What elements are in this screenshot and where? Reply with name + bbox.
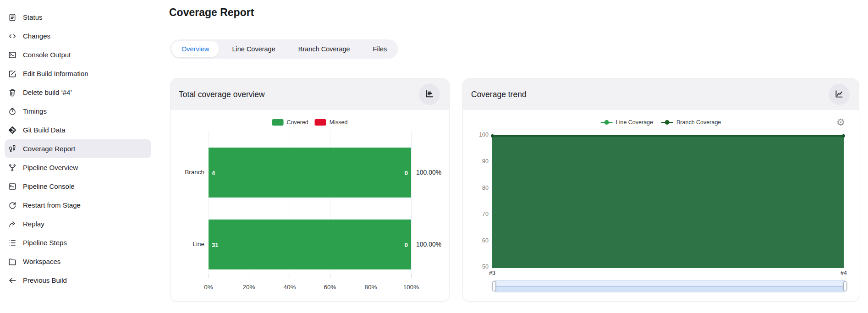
line-coverage-bar: 31 0 xyxy=(209,220,411,269)
sidebar-item-label: Changes xyxy=(23,32,50,40)
terminal-icon xyxy=(8,50,17,60)
category-label-branch: Branch xyxy=(170,169,204,176)
sidebar-item-label: Delete build ‘#4’ xyxy=(23,88,72,96)
sidebar-item-workspaces[interactable]: Workspaces xyxy=(5,252,151,271)
sidebar-item-label: Console Output xyxy=(23,51,71,59)
tab-line-coverage[interactable]: Line Coverage xyxy=(222,41,285,57)
axis-tick xyxy=(330,275,330,278)
steps-icon xyxy=(8,238,17,247)
footprints-icon xyxy=(8,144,17,154)
card-title: Total coverage overview xyxy=(179,90,265,99)
x-axis-label: 80% xyxy=(355,284,387,291)
sidebar: Status Changes Console Output Edit Build… xyxy=(0,8,159,290)
arrow-left-icon xyxy=(8,276,17,285)
zoom-slider[interactable] xyxy=(494,280,846,292)
zoom-slider-left-handle[interactable] xyxy=(492,281,496,291)
y-axis-label: 50 xyxy=(463,264,489,270)
branch-coverage-bar: 4 0 xyxy=(209,148,411,198)
sidebar-item-coverage-report[interactable]: Coverage Report xyxy=(5,139,151,158)
covered-swatch-icon xyxy=(272,119,284,126)
total-coverage-card: Total coverage overview Covered Missed xyxy=(170,78,450,302)
branch-percent-label: 100.00% xyxy=(416,169,441,176)
axis-tick xyxy=(249,275,249,278)
axis-tick xyxy=(411,275,412,278)
legend-item-branch-coverage[interactable]: Branch Coverage xyxy=(661,119,721,126)
tab-files[interactable]: Files xyxy=(363,41,397,57)
y-axis-label: 70 xyxy=(463,211,489,217)
trend-area-series xyxy=(492,135,844,268)
restart-icon xyxy=(8,201,17,210)
line-chart-toggle-button[interactable] xyxy=(829,84,850,105)
y-axis-label: 90 xyxy=(463,158,489,165)
line-chart-icon xyxy=(834,89,844,100)
x-axis-label: 100% xyxy=(395,284,427,291)
y-axis-label: 100 xyxy=(463,132,489,138)
sidebar-item-label: Status xyxy=(23,13,43,21)
sidebar-item-previous-build[interactable]: Previous Build xyxy=(5,271,151,290)
x-axis-label: 40% xyxy=(274,284,306,291)
sidebar-item-timings[interactable]: Timings xyxy=(5,102,151,121)
coverage-trend-card-header: Coverage trend xyxy=(463,79,859,110)
legend-label: Covered xyxy=(287,119,308,126)
replay-icon xyxy=(8,220,17,229)
missed-value: 0 xyxy=(405,241,408,248)
x-axis-label-build-3: #3 xyxy=(478,270,506,276)
bar-chart-toggle-button[interactable] xyxy=(419,84,440,105)
missed-value: 0 xyxy=(405,169,408,176)
data-point-icon xyxy=(842,134,845,137)
sidebar-item-label: Pipeline Overview xyxy=(23,164,78,171)
sidebar-item-git-build-data[interactable]: Git Build Data xyxy=(5,121,151,139)
legend-label: Line Coverage xyxy=(616,119,653,126)
zoom-slider-right-handle[interactable] xyxy=(843,281,847,291)
gear-icon[interactable]: ⚙ xyxy=(836,118,845,127)
terminal-icon xyxy=(8,182,17,191)
data-point-icon xyxy=(491,134,494,137)
folder-icon xyxy=(8,257,17,266)
covered-value: 4 xyxy=(212,169,215,176)
sidebar-item-label: Pipeline Console xyxy=(23,182,75,190)
legend-item-missed[interactable]: Missed xyxy=(315,119,348,126)
sidebar-item-pipeline-overview[interactable]: Pipeline Overview xyxy=(5,158,151,177)
page-title: Coverage Report xyxy=(169,6,254,19)
category-label-line: Line xyxy=(170,241,204,247)
sidebar-item-label: Replay xyxy=(23,220,44,228)
line-percent-label: 100.00% xyxy=(416,241,441,248)
tab-branch-coverage[interactable]: Branch Coverage xyxy=(288,41,360,57)
sidebar-item-label: Timings xyxy=(23,107,47,115)
legend-item-line-coverage[interactable]: Line Coverage xyxy=(601,119,653,126)
sidebar-item-label: Pipeline Steps xyxy=(23,239,67,247)
card-title: Coverage trend xyxy=(471,90,527,99)
covered-value: 31 xyxy=(212,241,218,248)
y-axis-label: 60 xyxy=(463,237,489,244)
sidebar-item-pipeline-console[interactable]: Pipeline Console xyxy=(5,177,151,196)
sidebar-item-label: Restart from Stage xyxy=(23,201,81,209)
legend-label: Missed xyxy=(330,119,348,126)
x-axis-label: 20% xyxy=(233,284,265,291)
chart-legend: Line Coverage Branch Coverage xyxy=(601,119,721,126)
axis-tick xyxy=(290,275,290,278)
sidebar-item-label: Git Build Data xyxy=(23,126,66,134)
sidebar-item-label: Workspaces xyxy=(23,258,60,265)
coverage-report-page: Status Changes Console Output Edit Build… xyxy=(0,0,868,313)
sidebar-item-changes[interactable]: Changes xyxy=(5,27,151,45)
sidebar-item-status[interactable]: Status xyxy=(5,8,151,27)
legend-item-covered[interactable]: Covered xyxy=(272,119,308,126)
sidebar-item-restart-from-stage[interactable]: Restart from Stage xyxy=(5,196,151,214)
sidebar-item-label: Previous Build xyxy=(23,276,67,284)
sidebar-item-console-output[interactable]: Console Output xyxy=(5,45,151,64)
bar-chart-icon xyxy=(424,89,434,100)
sidebar-item-delete-build[interactable]: Delete build ‘#4’ xyxy=(5,83,151,102)
coverage-trend-card: Coverage trend Line Coverage Branch Cove… xyxy=(462,78,859,302)
sidebar-item-edit-build-information[interactable]: Edit Build Information xyxy=(5,64,151,83)
legend-label: Branch Coverage xyxy=(676,119,721,126)
trash-icon xyxy=(8,88,17,97)
code-icon xyxy=(8,32,17,41)
sidebar-item-replay[interactable]: Replay xyxy=(5,214,151,233)
total-coverage-card-header: Total coverage overview xyxy=(170,79,449,110)
edit-icon xyxy=(8,69,17,78)
sidebar-item-pipeline-steps[interactable]: Pipeline Steps xyxy=(5,233,151,252)
x-axis-label-build-4: #4 xyxy=(830,270,857,276)
chart-legend: Covered Missed xyxy=(272,119,348,126)
tab-overview[interactable]: Overview xyxy=(171,41,219,57)
y-axis-label: 80 xyxy=(463,185,489,191)
